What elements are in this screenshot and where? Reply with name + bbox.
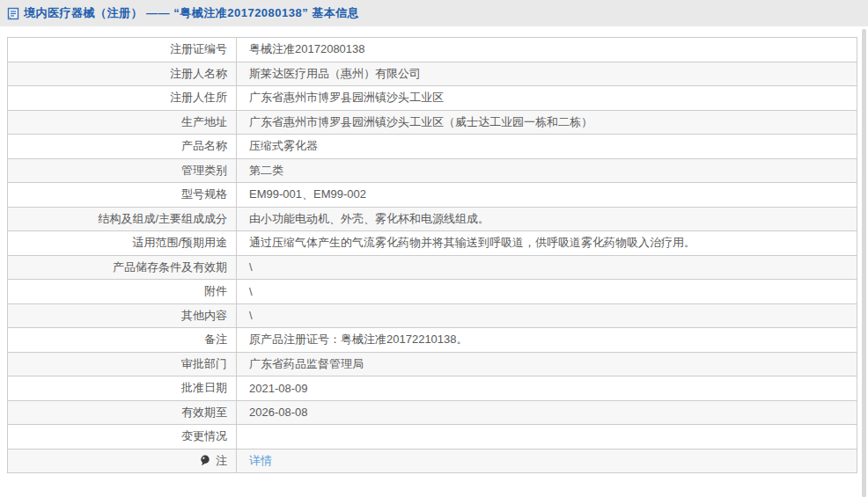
- row-label-cell: 备注: [8, 328, 237, 353]
- row-value: 斯莱达医疗用品（惠州）有限公司: [237, 62, 857, 86]
- row-label: 变更情况: [181, 429, 227, 442]
- row-label: 批准日期: [181, 381, 227, 394]
- row-label: 有效期至: [181, 406, 227, 419]
- row-value: \: [237, 303, 857, 328]
- table-row: 型号规格 EM99-001、EM99-002: [8, 183, 857, 208]
- row-label: 审批部门: [181, 357, 227, 370]
- row-value: 广东省惠州市博罗县园洲镇沙头工业区（威士达工业园一栋和二栋）: [237, 110, 857, 135]
- row-label: 附件: [204, 284, 227, 297]
- row-label-cell: 有效期至: [8, 400, 237, 425]
- row-label: 结构及组成/主要组成成分: [98, 212, 227, 225]
- row-value: 广东省药品监督管理局: [237, 352, 857, 376]
- row-label-cell: 变更情况: [8, 425, 237, 449]
- row-value: 2026-08-08: [237, 400, 857, 425]
- table-row: 注 详情: [8, 449, 857, 473]
- row-value: 详情: [237, 449, 857, 473]
- table-row: 备注 原产品注册证号：粤械注准20172210138。: [8, 328, 857, 353]
- row-value: 2021-08-09: [237, 376, 857, 401]
- row-value: 粤械注准20172080138: [237, 38, 857, 62]
- registration-info-table: 注册证编号 粤械注准20172080138 注册人名称 斯莱达医疗用品（惠州）有…: [7, 37, 857, 473]
- table-row: 注册证编号 粤械注准20172080138: [8, 38, 857, 62]
- table-row: 批准日期 2021-08-09: [8, 376, 857, 401]
- balloon-icon: [200, 455, 210, 469]
- row-value: \: [237, 280, 857, 304]
- row-value: 压缩式雾化器: [237, 135, 857, 159]
- table-row: 适用范围/预期用途 通过压缩气体产生的气流雾化药物并将其输送到呼吸道，供呼吸道雾…: [8, 231, 857, 256]
- row-label-cell: 生产地址: [8, 110, 237, 135]
- row-label-cell: 注: [8, 449, 237, 473]
- row-label-cell: 审批部门: [8, 352, 237, 376]
- row-value: [237, 425, 857, 449]
- row-label-cell: 批准日期: [8, 376, 237, 401]
- row-label: 注: [216, 454, 227, 467]
- table-row: 其他内容 \: [8, 303, 857, 328]
- row-value: 由小功能电动机、外壳、雾化杯和电源线组成。: [237, 207, 857, 231]
- scrollbar-thumb[interactable]: [862, 29, 866, 497]
- row-value: 广东省惠州市博罗县园洲镇沙头工业区: [237, 86, 857, 111]
- row-label-cell: 其他内容: [8, 303, 237, 328]
- page: 境内医疗器械（注册） —— “粤械注准20172080138” 基本信息 注册证…: [0, 0, 868, 497]
- row-value: 原产品注册证号：粤械注准20172210138。: [237, 328, 857, 353]
- table-row: 有效期至 2026-08-08: [8, 400, 857, 425]
- row-label-cell: 结构及组成/主要组成成分: [8, 207, 237, 231]
- table-row: 结构及组成/主要组成成分 由小功能电动机、外壳、雾化杯和电源线组成。: [8, 207, 857, 231]
- row-label: 产品储存条件及有效期: [113, 260, 227, 274]
- row-label: 注册人名称: [170, 67, 227, 80]
- table-row: 管理类别 第二类: [8, 158, 857, 183]
- page-header: 境内医疗器械（注册） —— “粤械注准20172080138” 基本信息: [0, 0, 868, 26]
- document-icon: [7, 7, 19, 20]
- row-label-cell: 注册人名称: [8, 62, 237, 86]
- row-label: 其他内容: [181, 309, 227, 322]
- row-label: 生产地址: [181, 115, 227, 128]
- table-row: 注册人住所 广东省惠州市博罗县园洲镇沙头工业区: [8, 86, 857, 111]
- row-value: 通过压缩气体产生的气流雾化药物并将其输送到呼吸道，供呼吸道雾化药物吸入治疗用。: [237, 231, 857, 256]
- table-row: 产品名称 压缩式雾化器: [8, 135, 857, 159]
- row-label-cell: 管理类别: [8, 158, 237, 183]
- details-link[interactable]: 详情: [249, 454, 272, 467]
- row-value: 第二类: [237, 158, 857, 183]
- row-label-cell: 附件: [8, 280, 237, 304]
- row-label: 型号规格: [181, 187, 227, 201]
- row-label-cell: 注册证编号: [8, 38, 237, 62]
- row-value: \: [237, 255, 857, 280]
- row-value: EM99-001、EM99-002: [237, 183, 857, 208]
- table-row: 变更情况: [8, 425, 857, 449]
- table-row: 审批部门 广东省药品监督管理局: [8, 352, 857, 376]
- table-row: 注册人名称 斯莱达医疗用品（惠州）有限公司: [8, 62, 857, 86]
- row-label: 产品名称: [181, 139, 227, 152]
- page-title: 境内医疗器械（注册） —— “粤械注准20172080138” 基本信息: [24, 5, 359, 21]
- row-label: 备注: [204, 333, 227, 346]
- row-label: 注册证编号: [170, 42, 227, 55]
- row-label-cell: 型号规格: [8, 183, 237, 208]
- row-label-cell: 产品名称: [8, 135, 237, 159]
- registration-table-body: 注册证编号 粤械注准20172080138 注册人名称 斯莱达医疗用品（惠州）有…: [8, 38, 857, 473]
- row-label: 注册人住所: [170, 91, 227, 104]
- row-label-cell: 产品储存条件及有效期: [8, 255, 237, 280]
- vertical-scrollbar[interactable]: [862, 29, 866, 497]
- row-label-cell: 注册人住所: [8, 86, 237, 111]
- table-row: 附件 \: [8, 280, 857, 304]
- row-label: 适用范围/预期用途: [132, 236, 227, 249]
- row-label-cell: 适用范围/预期用途: [8, 231, 237, 256]
- table-row: 生产地址 广东省惠州市博罗县园洲镇沙头工业区（威士达工业园一栋和二栋）: [8, 110, 857, 135]
- table-row: 产品储存条件及有效期 \: [8, 255, 857, 280]
- row-label: 管理类别: [181, 164, 227, 177]
